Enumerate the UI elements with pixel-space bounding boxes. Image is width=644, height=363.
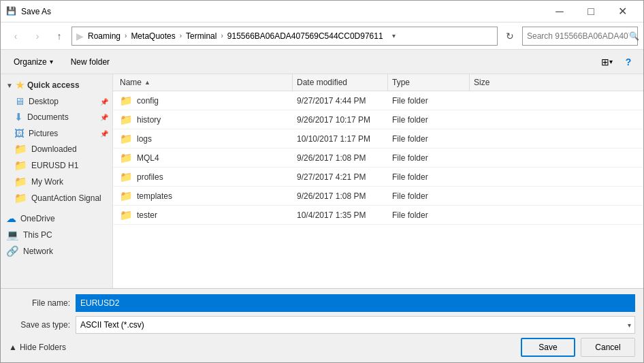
- path-roaming[interactable]: Roaming: [85, 30, 123, 42]
- file-name: history: [137, 115, 161, 125]
- sidebar-item-this-pc[interactable]: 💻 This PC: [1, 227, 112, 243]
- table-row[interactable]: 📁 config 9/27/2017 4:44 PM File folder: [113, 91, 643, 110]
- desktop-icon: 🖥: [14, 95, 25, 107]
- path-metaquotes[interactable]: MetaQuotes: [128, 30, 178, 42]
- sidebar-item-eurusd[interactable]: 📁 EURUSD H1: [1, 157, 112, 174]
- sidebar-item-downloaded[interactable]: 📁 Downloaded: [1, 141, 112, 157]
- maximize-button[interactable]: □: [575, 1, 607, 22]
- search-box[interactable]: 🔍: [522, 27, 638, 46]
- table-row[interactable]: 📁 tester 10/4/2017 1:35 PM File folder: [113, 206, 643, 225]
- file-name: logs: [137, 134, 152, 144]
- main-content: ▼ ★ Quick access 🖥 Desktop 📌 ⬇ Documents…: [1, 74, 643, 288]
- file-list: Name ▲ Date modified Type Size 📁 config: [113, 74, 643, 288]
- sidebar-item-network[interactable]: 🔗 Network: [1, 243, 112, 259]
- file-date: 10/10/2017 1:17 PM: [293, 134, 388, 144]
- file-type: File folder: [388, 115, 470, 125]
- hide-folders-label: Hide Folders: [20, 343, 66, 352]
- folder-icon: 📁: [120, 171, 133, 183]
- col-header-type[interactable]: Type: [388, 74, 470, 91]
- sidebar-section-quick-access: ▼ ★ Quick access 🖥 Desktop 📌 ⬇ Documents…: [1, 77, 112, 206]
- sort-arrow-name: ▲: [144, 79, 150, 86]
- file-list-header: Name ▲ Date modified Type Size: [113, 74, 643, 91]
- table-row[interactable]: 📁 MQL4 9/26/2017 1:08 PM File folder: [113, 148, 643, 168]
- save-as-type-container: ASCII Text (*.csv) ▾: [76, 316, 635, 334]
- file-rows-container: 📁 config 9/27/2017 4:44 PM File folder 📁…: [113, 91, 643, 225]
- quick-access-label: Quick access: [27, 80, 80, 90]
- file-name: templates: [137, 191, 172, 201]
- quantaction-icon: 📁: [14, 192, 27, 204]
- pin-icon: 📌: [100, 97, 108, 105]
- quick-access-star-icon: ★: [16, 80, 25, 91]
- network-icon: 🔗: [6, 245, 19, 257]
- folder-icon: 📁: [120, 190, 133, 202]
- eurusd-icon: 📁: [14, 159, 27, 172]
- minimize-button[interactable]: ─: [544, 1, 575, 22]
- col-header-size[interactable]: Size: [470, 74, 524, 91]
- col-header-name[interactable]: Name ▲: [116, 74, 293, 91]
- sidebar-item-pictures[interactable]: 🖼 Pictures 📌: [1, 125, 112, 141]
- refresh-button[interactable]: ↻: [500, 27, 519, 46]
- forward-button[interactable]: ›: [28, 27, 47, 46]
- pin-icon-docs: 📌: [100, 114, 108, 121]
- file-date: 9/27/2017 4:44 PM: [293, 96, 388, 106]
- up-button[interactable]: ↑: [50, 27, 69, 46]
- sidebar-item-quantaction[interactable]: 📁 QuantAction Signal: [1, 190, 112, 206]
- file-type: File folder: [388, 134, 470, 144]
- file-type: File folder: [388, 96, 470, 106]
- table-row[interactable]: 📁 history 9/26/2017 10:17 PM File folder: [113, 110, 643, 129]
- new-folder-button[interactable]: New folder: [63, 52, 117, 72]
- sidebar-item-documents[interactable]: ⬇ Documents 📌: [1, 109, 112, 125]
- view-button[interactable]: ⊞ ▾: [597, 52, 616, 72]
- table-row[interactable]: 📁 templates 9/26/2017 1:08 PM File folde…: [113, 187, 643, 206]
- file-type: File folder: [388, 191, 470, 201]
- title-icon: 💾: [6, 6, 17, 17]
- pictures-icon: 🖼: [14, 127, 25, 139]
- file-type: File folder: [388, 153, 470, 163]
- organize-button[interactable]: Organize ▾: [6, 52, 61, 72]
- action-row: ▲ Hide Folders Save Cancel: [9, 338, 635, 357]
- save-as-type-row: Save as type: ASCII Text (*.csv) ▾: [9, 316, 635, 334]
- hide-folders-chevron: ▲: [9, 343, 17, 352]
- cancel-button[interactable]: Cancel: [581, 338, 635, 357]
- folder-icon: 📁: [120, 95, 133, 107]
- downloaded-icon: 📁: [14, 143, 27, 155]
- table-row[interactable]: 📁 logs 10/10/2017 1:17 PM File folder: [113, 129, 643, 148]
- sidebar-item-onedrive[interactable]: ☁ OneDrive: [1, 210, 112, 227]
- file-type: File folder: [388, 172, 470, 182]
- save-as-type-label: Save as type:: [9, 320, 70, 330]
- path-terminal[interactable]: Terminal: [183, 30, 219, 42]
- path-guid[interactable]: 915566BA06ADA407569C544CC0D97611: [225, 30, 386, 42]
- file-name: tester: [137, 210, 157, 220]
- file-name-input[interactable]: [76, 294, 635, 312]
- title-bar: 💾 Save As ─ □ ✕: [1, 1, 643, 22]
- sidebar-item-mywork[interactable]: 📁 My Work: [1, 174, 112, 190]
- help-button[interactable]: ?: [619, 52, 638, 72]
- sidebar-item-desktop[interactable]: 🖥 Desktop 📌: [1, 93, 112, 109]
- folder-icon: 📁: [120, 133, 133, 145]
- close-button[interactable]: ✕: [607, 1, 638, 22]
- file-name: config: [137, 96, 159, 106]
- address-path[interactable]: ▶ Roaming › MetaQuotes › Terminal › 9155…: [71, 27, 498, 46]
- search-input[interactable]: [527, 31, 629, 41]
- file-type: File folder: [388, 210, 470, 220]
- save-as-type-select[interactable]: ASCII Text (*.csv): [76, 316, 635, 334]
- file-date: 9/26/2017 1:08 PM: [293, 153, 388, 163]
- back-button[interactable]: ‹: [6, 27, 25, 46]
- file-name: profiles: [137, 172, 163, 182]
- pin-icon-pics: 📌: [100, 129, 108, 137]
- table-row[interactable]: 📁 profiles 9/27/2017 4:21 PM File folder: [113, 168, 643, 187]
- bottom-bar: File name: Save as type: ASCII Text (*.c…: [1, 288, 643, 362]
- save-button[interactable]: Save: [521, 338, 575, 357]
- file-name-label: File name:: [9, 298, 70, 308]
- folder-icon: 📁: [120, 152, 133, 164]
- col-header-date[interactable]: Date modified: [293, 74, 388, 91]
- sidebar: ▼ ★ Quick access 🖥 Desktop 📌 ⬇ Documents…: [1, 74, 113, 288]
- folder-icon: 📁: [120, 209, 133, 221]
- file-name: MQL4: [137, 153, 159, 163]
- search-icon: 🔍: [629, 31, 639, 41]
- hide-folders-button[interactable]: ▲ Hide Folders: [9, 343, 66, 352]
- address-bar: ‹ › ↑ ▶ Roaming › MetaQuotes › Terminal …: [1, 22, 643, 50]
- address-expand-button[interactable]: ▾: [387, 32, 401, 40]
- quick-access-header[interactable]: ▼ ★ Quick access: [1, 77, 112, 93]
- file-date: 9/27/2017 4:21 PM: [293, 172, 388, 182]
